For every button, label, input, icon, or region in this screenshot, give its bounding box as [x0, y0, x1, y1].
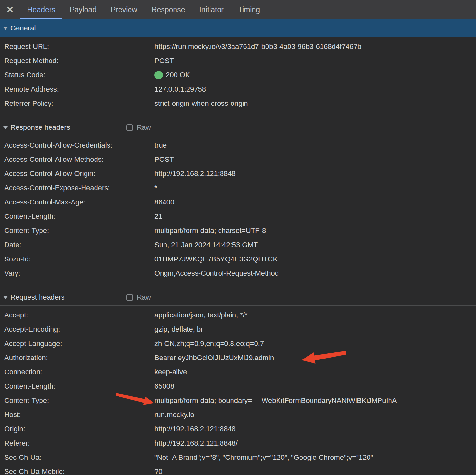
- header-value-text: http://192.168.2.121:8848: [154, 170, 236, 178]
- section-general: General Request URL:https://run.mocky.io…: [0, 19, 476, 111]
- header-row: Content-Type:multipart/form-data; bounda…: [0, 393, 476, 408]
- tab-preview[interactable]: Preview: [104, 0, 144, 19]
- header-value-text: multipart/form-data; boundary=----WebKit…: [154, 396, 397, 405]
- header-row: Access-Control-Allow-Credentials:true: [0, 138, 476, 152]
- header-row: Accept:application/json, text/plain, */*: [0, 308, 476, 322]
- header-value: 127.0.0.1:29758: [154, 82, 476, 96]
- header-value: 200 OK: [154, 68, 476, 82]
- header-row: Connection:keep-alive: [0, 365, 476, 379]
- header-name: Vary:: [4, 266, 20, 281]
- header-row: Content-Type:multipart/form-data; charse…: [0, 224, 476, 238]
- header-value-text: http://192.168.2.121:8848: [154, 425, 236, 433]
- header-row: Request URL:https://run.mocky.io/v3/3aa7…: [0, 39, 476, 54]
- tab-initiator[interactable]: Initiator: [192, 0, 231, 19]
- header-value: http://192.168.2.121:8848: [154, 167, 476, 181]
- header-value: multipart/form-data; charset=UTF-8: [154, 224, 476, 238]
- header-value-text: keep-alive: [154, 368, 187, 376]
- collapse-triangle-icon[interactable]: [3, 27, 8, 30]
- header-value-text: 86400: [154, 198, 174, 206]
- header-name: Referer:: [4, 436, 30, 450]
- header-row: Sec-Ch-Ua:"Not_A Brand";v="8", "Chromium…: [0, 450, 476, 465]
- header-row: Content-Length:21: [0, 209, 476, 224]
- header-name: Connection:: [4, 365, 42, 379]
- collapse-triangle-icon[interactable]: [3, 126, 8, 129]
- header-value-text: zh-CN,zh;q=0.9,en;q=0.8,eo;q=0.7: [154, 339, 264, 348]
- rows: Request URL:https://run.mocky.io/v3/3aa7…: [0, 37, 476, 111]
- section-header-response-headers[interactable]: Response headers Raw: [0, 119, 476, 136]
- header-value: multipart/form-data; boundary=----WebKit…: [154, 393, 476, 408]
- header-row: Origin:http://192.168.2.121:8848: [0, 422, 476, 436]
- header-name: Request Method:: [4, 54, 59, 68]
- header-row: Accept-Language:zh-CN,zh;q=0.9,en;q=0.8,…: [0, 337, 476, 351]
- header-name: Content-Length:: [4, 379, 55, 393]
- tab-payload[interactable]: Payload: [62, 0, 104, 19]
- header-value-text: Origin,Access-Control-Request-Method: [154, 269, 279, 278]
- header-value-text: application/json, text/plain, */*: [154, 311, 247, 319]
- header-value-text: http://192.168.2.121:8848/: [154, 439, 238, 447]
- header-name: Access-Control-Allow-Methods:: [4, 152, 104, 167]
- tab-label: Initiator: [199, 6, 223, 14]
- raw-label: Raw: [137, 293, 151, 302]
- header-value: zh-CN,zh;q=0.9,en;q=0.8,eo;q=0.7: [154, 337, 476, 351]
- annotation-arrow-icon: [113, 393, 157, 408]
- close-button[interactable]: ✕: [0, 0, 20, 19]
- tab-label: Timing: [238, 6, 260, 14]
- header-value-text: true: [154, 141, 167, 149]
- header-value: https://run.mocky.io/v3/3aa761d7-b0b3-4a…: [154, 39, 476, 54]
- header-value-text: https://run.mocky.io/v3/3aa761d7-b0b3-4a…: [154, 42, 361, 51]
- header-row: Access-Control-Allow-Methods:POST: [0, 152, 476, 167]
- status-dot-icon: [154, 71, 163, 79]
- collapse-triangle-icon[interactable]: [3, 296, 8, 299]
- header-value: POST: [154, 152, 476, 167]
- header-name: Accept:: [4, 308, 28, 322]
- header-value-text: "Not_A Brand";v="8", "Chromium";v="120",…: [154, 453, 373, 462]
- tab-timing[interactable]: Timing: [231, 0, 267, 19]
- header-name: Host:: [4, 408, 21, 422]
- header-value-text: POST: [154, 155, 174, 164]
- header-row: Remote Address:127.0.0.1:29758: [0, 82, 476, 96]
- rows: Accept:application/json, text/plain, */*…: [0, 306, 476, 475]
- header-row: Date:Sun, 21 Jan 2024 14:42:53 GMT: [0, 238, 476, 252]
- header-value-text: Sun, 21 Jan 2024 14:42:53 GMT: [154, 241, 258, 249]
- header-name: Sec-Ch-Ua-Mobile:: [4, 465, 65, 475]
- tab-label: Headers: [27, 6, 55, 14]
- tab-label: Response: [152, 6, 185, 14]
- header-value: gzip, deflate, br: [154, 322, 476, 337]
- section-title: Response headers: [10, 123, 70, 132]
- tab-label: Payload: [70, 6, 96, 14]
- header-value-text: 200 OK: [166, 71, 190, 79]
- header-value: true: [154, 138, 476, 152]
- raw-checkbox[interactable]: [126, 294, 133, 301]
- header-name: Date:: [4, 238, 21, 252]
- header-name: Sec-Ch-Ua:: [4, 450, 41, 465]
- header-row: Request Method:POST: [0, 54, 476, 68]
- header-name: Access-Control-Allow-Origin:: [4, 167, 95, 181]
- header-value: Origin,Access-Control-Request-Method: [154, 266, 476, 281]
- header-name: Access-Control-Allow-Credentials:: [4, 138, 112, 152]
- header-name: Content-Type:: [4, 224, 49, 238]
- header-name: Remote Address:: [4, 82, 59, 96]
- rows: Access-Control-Allow-Credentials:trueAcc…: [0, 136, 476, 281]
- header-value-text: strict-origin-when-cross-origin: [154, 99, 248, 108]
- header-row: Access-Control-Expose-Headers:*: [0, 181, 476, 195]
- section-title: General: [10, 24, 36, 32]
- section-header-request-headers[interactable]: Request headers Raw: [0, 289, 476, 306]
- header-value: application/json, text/plain, */*: [154, 308, 476, 322]
- tab-response[interactable]: Response: [144, 0, 192, 19]
- header-row: Vary:Origin,Access-Control-Request-Metho…: [0, 266, 476, 281]
- raw-checkbox[interactable]: [126, 124, 133, 131]
- raw-toggle: Raw: [126, 119, 151, 136]
- tab-headers[interactable]: Headers: [20, 0, 62, 19]
- section-title: Request headers: [10, 293, 65, 302]
- header-value-text: *: [154, 184, 157, 192]
- header-value-text: 127.0.0.1:29758: [154, 85, 206, 94]
- header-value-text: 65008: [154, 382, 174, 391]
- header-value: Bearer eyJhbGciOiJIUzUxMiJ9.admin: [154, 351, 476, 365]
- tab-strip: HeadersPayloadPreviewResponseInitiatorTi…: [20, 0, 267, 19]
- header-name: Content-Length:: [4, 209, 55, 224]
- header-row: Sec-Ch-Ua-Mobile:?0: [0, 465, 476, 475]
- section-header-general[interactable]: General: [0, 19, 476, 37]
- header-name: Referrer Policy:: [4, 96, 53, 111]
- header-value-text: 21: [154, 212, 162, 221]
- header-value: ?0: [154, 465, 476, 475]
